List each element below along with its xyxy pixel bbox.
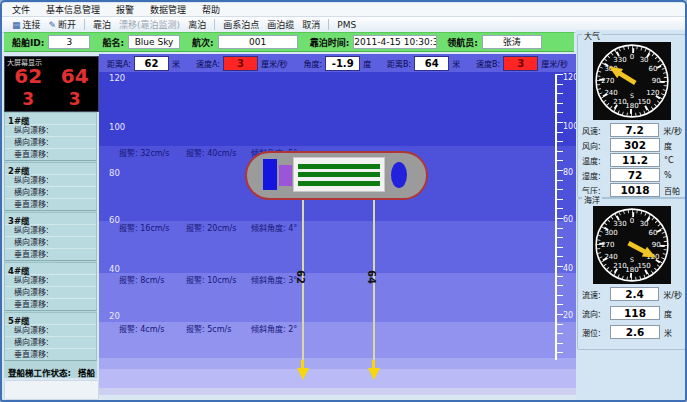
alarm-angle: 倾斜角度: 3° [251,274,297,285]
alarm-b: 报警: 5cm/s [186,323,231,334]
drift-monitor-button: 漂移(靠泊监测) [119,18,180,31]
alarm-a: 报警: 32cm/s [119,147,169,158]
drift-item: 纵向漂移: [5,174,96,186]
unberth-button[interactable]: 离泊 [188,18,206,31]
right-scale-60: 60 [563,215,573,224]
hatch-stripe [298,181,380,186]
menu-item-help[interactable]: 帮助 [202,3,220,16]
menu-item-basic-info[interactable]: 基本信息管理 [46,3,100,16]
berthing-plot: 120 100 80 60 40 20 120 100 80 60 40 20 … [99,72,576,395]
alarm-angle: 倾斜角度: 2° [251,323,297,334]
current-direction-unit: 度 [664,308,672,319]
gauge-south-mark: S [630,92,634,99]
tide-level-label: 潮位: [582,327,610,338]
right-ruler [555,74,563,360]
pms-button[interactable]: PMS [337,20,356,30]
alarm-b: 报警: 10cm/s [186,274,236,285]
plot-band [99,221,576,273]
measure-line-b-label: 64 [366,270,377,284]
wind-direction-value: 302 [610,138,660,152]
ship-name-field[interactable]: Blue Sky [128,35,180,49]
gauge-tick: 150 [637,97,650,106]
drift-item: 垂直漂移: [5,198,96,210]
distance-a-field: 距离A: 62 米 [107,56,180,71]
cancel-button[interactable]: 取消 [302,18,320,31]
humidity-unit: % [664,171,672,180]
current-speed-unit: 米/秒 [663,289,682,300]
mooring-group-3: 3#缆 纵向漂移: 横向漂移: 垂直漂移: [4,212,97,261]
group-title: 1#缆 [5,113,96,124]
plot-band [99,72,576,146]
gauge-tick: 270 [601,76,614,85]
ocean-title: 海洋 [582,194,602,205]
toolbar-separator [214,19,215,30]
distance-b-field: 距离B: 64 米 [387,56,460,71]
gauge-tick: 180 [625,101,638,110]
drift-item: 垂直漂移: [5,348,96,360]
group-title: 5#缆 [5,313,96,324]
ship-shape [245,151,428,200]
draw-mooring-point-button[interactable]: 画系泊点 [223,18,259,31]
berth-button[interactable]: 靠泊 [93,18,111,31]
wind-direction-row: 风向: 302 度 [582,138,682,152]
draw-mooring-line-button[interactable]: 画泊缆 [267,18,294,31]
menu-item-alarm[interactable]: 报警 [116,3,134,16]
right-scale-40: 40 [563,264,573,273]
angle-label: 角度: [303,58,322,69]
right-scale-100: 100 [563,122,576,131]
humidity-label: 湿度: [582,170,610,181]
ship-id-field[interactable]: 3 [48,35,90,49]
mooring-group-2: 2#缆 纵向漂移: 横向漂移: 垂直漂移: [4,162,97,211]
gauge-tick: 120 [646,88,659,97]
distance-b-value: 64 [414,56,449,71]
plot-band [99,273,576,322]
disconnect-button[interactable]: ✎ 断开 [49,18,77,31]
atmosphere-title: 大气 [582,30,602,41]
wind-speed-row: 风速: 7.2 米/秒 [582,123,682,137]
speed-a-value: 3 [223,56,258,71]
gauge-tick: 90 [651,240,660,249]
distance-a-unit: 米 [172,58,180,69]
drift-item: 横向漂移: [5,336,96,348]
menu-item-file[interactable]: 文件 [12,3,30,16]
speed-b-unit: 厘米/秒 [541,58,568,69]
berth-time-field[interactable]: 2011-4-15 10:30:36 [353,35,437,49]
drift-item: 垂直漂移: [5,248,96,260]
sensor-arrow-a-head [297,368,309,380]
big-display-speed-a: 3 [22,89,34,109]
gauge-tick: 90 [651,76,660,85]
gangway-status-value: 搭船 [78,366,95,378]
mooring-group-5: 5#缆 纵向漂移: 横向漂移: 垂直漂移: [4,312,97,361]
wind-direction-label: 风向: [582,140,610,151]
tide-level-unit: 米 [664,327,672,338]
drift-item: 纵向漂移: [5,224,96,236]
big-display-distance-a: 62 [14,64,42,88]
pilot-field[interactable]: 张涛 [482,35,542,49]
gauge-tick: 150 [637,261,650,270]
temperature-value: 11.2 [610,153,660,167]
temperature-unit: °C [664,156,674,165]
connect-button[interactable]: ▦ 连接 [12,18,41,31]
gauge-tick: 180 [625,265,638,274]
berth-time-label: 靠泊时间: [310,36,350,49]
angle-unit: 度 [363,58,371,69]
sensor-arrow-b [372,360,375,368]
sidebar-footer [4,380,99,400]
alarm-angle: 倾斜角度: 4° [251,222,297,233]
drift-item: 垂直漂移: [5,298,96,310]
big-display-speed-b: 3 [69,89,81,109]
wind-direction-gauge: 0 30 60 90 120 150 180 210 240 270 300 3… [578,42,685,120]
gauge-tick: 30 [639,55,648,64]
speed-a-field: 速度A: 3 厘米/秒 [196,56,288,71]
left-scale-40: 40 [109,264,120,274]
menu-item-data-management[interactable]: 数据管理 [150,3,186,16]
alarm-a: 报警: 8cm/s [119,274,164,285]
group-title: 2#缆 [5,163,96,174]
atmosphere-groupbox: 大气 0 30 60 90 120 150 180 210 240 270 [577,34,686,198]
wind-speed-value: 7.2 [610,123,660,137]
gangway-status-row: 登船梯工作状态: 搭船 [4,366,97,378]
speed-b-label: 速度B: [476,58,500,69]
voyage-field[interactable]: 001 [218,35,298,49]
left-scale-100: 100 [109,122,125,132]
alarm-b: 报警: 40cm/s [186,147,236,158]
